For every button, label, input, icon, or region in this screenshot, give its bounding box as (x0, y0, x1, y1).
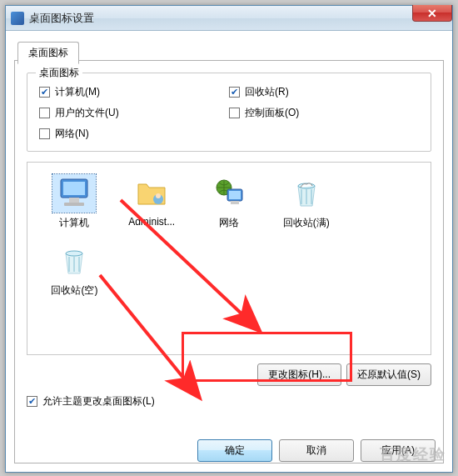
check-controlpanel[interactable]: 控制面板(O) (229, 106, 419, 120)
icon-label: 计算机 (59, 216, 89, 230)
dialog-buttons: 确定 取消 应用(A) (197, 439, 436, 462)
folder-icon (130, 174, 173, 213)
tab-desktop-icons[interactable]: 桌面图标 (17, 42, 79, 64)
icon-label: 网络 (219, 216, 239, 230)
check-network[interactable]: 网络(N) (39, 127, 229, 141)
checkbox-icon (229, 108, 240, 118)
checkbox-icon (39, 108, 50, 118)
icon-grid: 计算机 Administ... (36, 174, 422, 298)
group-title: 桌面图标 (36, 66, 82, 80)
icon-item-recycle-full[interactable]: 回收站(满) (267, 174, 345, 230)
icon-buttons-row: 更改图标(H)... 还原默认值(S) (27, 363, 431, 386)
dialog-window: 桌面图标设置 ✕ 桌面图标 桌面图标 ✔ 计算机(M) ✔ (5, 5, 453, 473)
check-recycle[interactable]: ✔ 回收站(R) (229, 85, 419, 99)
recycle-full-icon (285, 174, 328, 213)
icon-preview-area: 计算机 Administ... (27, 162, 431, 355)
svg-point-11 (66, 251, 82, 256)
titlebar[interactable]: 桌面图标设置 ✕ (6, 6, 452, 31)
checkbox-icon: ✔ (27, 396, 37, 407)
svg-rect-2 (69, 198, 79, 203)
checkbox-icon (39, 128, 50, 139)
checkbox-icon: ✔ (229, 87, 240, 98)
computer-icon (52, 174, 96, 213)
svg-rect-8 (229, 191, 241, 199)
tab-panel: 桌面图标 ✔ 计算机(M) ✔ 回收站(R) 用户的文件(U) (14, 60, 444, 463)
icon-item-userfolder[interactable]: Administ... (113, 174, 191, 230)
change-icon-button[interactable]: 更改图标(H)... (257, 363, 341, 386)
icon-label: Administ... (128, 216, 175, 228)
client-area: 桌面图标 桌面图标 ✔ 计算机(M) ✔ 回收站(R) (6, 31, 452, 472)
icon-item-recycle-empty[interactable]: 回收站(空) (36, 242, 113, 298)
svg-rect-9 (231, 201, 239, 204)
group-desktop-icons: 桌面图标 ✔ 计算机(M) ✔ 回收站(R) 用户的文件(U) (27, 73, 431, 152)
checkbox-icon: ✔ (39, 87, 50, 98)
close-button[interactable]: ✕ (412, 5, 452, 22)
check-label: 网络(N) (55, 127, 89, 141)
close-icon: ✕ (427, 7, 437, 20)
icon-label: 回收站(空) (51, 283, 97, 298)
check-label: 回收站(R) (245, 85, 289, 99)
icon-label: 回收站(满) (283, 216, 330, 230)
app-icon (11, 12, 24, 25)
check-allow-theme[interactable]: ✔ 允许主题更改桌面图标(L) (27, 394, 431, 408)
check-computer[interactable]: ✔ 计算机(M) (39, 85, 229, 99)
svg-rect-3 (64, 203, 84, 206)
check-label: 控制面板(O) (245, 106, 299, 120)
restore-default-button[interactable]: 还原默认值(S) (346, 363, 431, 386)
svg-rect-1 (63, 182, 85, 195)
check-label: 计算机(M) (55, 85, 100, 99)
svg-point-5 (156, 193, 161, 198)
check-userfiles[interactable]: 用户的文件(U) (39, 106, 229, 120)
window-title: 桌面图标设置 (29, 11, 447, 26)
check-label: 用户的文件(U) (55, 106, 119, 120)
ok-button[interactable]: 确定 (197, 439, 272, 462)
icon-item-computer[interactable]: 计算机 (36, 174, 113, 230)
network-icon (207, 174, 251, 213)
apply-button[interactable]: 应用(A) (361, 439, 436, 462)
recycle-empty-icon (52, 242, 96, 280)
checkbox-grid: ✔ 计算机(M) ✔ 回收站(R) 用户的文件(U) 控制面板(O) (39, 85, 419, 141)
icon-item-network[interactable]: 网络 (191, 174, 268, 230)
cancel-button[interactable]: 取消 (279, 439, 354, 462)
tab-label: 桌面图标 (28, 47, 68, 58)
tabs: 桌面图标 (14, 39, 444, 61)
check-label: 允许主题更改桌面图标(L) (42, 394, 155, 408)
